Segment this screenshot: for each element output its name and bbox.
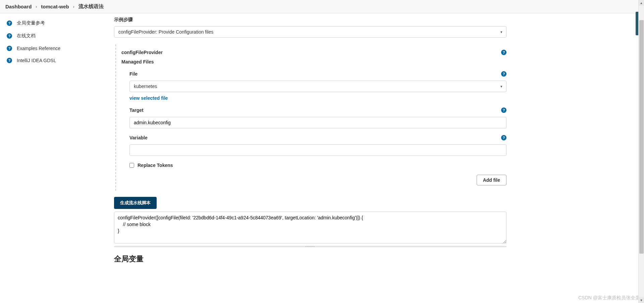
managed-files-label: Managed Files <box>121 59 154 64</box>
step-select[interactable]: configFileProvider: Provide Configuratio… <box>114 26 506 38</box>
file-label: File <box>129 71 138 77</box>
sidebar-item-label: IntelliJ IDEA GDSL <box>17 58 56 63</box>
help-icon[interactable]: ? <box>501 71 506 77</box>
scrollbar[interactable]: ▲ ▼ <box>638 0 644 271</box>
sample-step-label: 示例步骤 <box>114 17 506 23</box>
grip-icon <box>305 246 315 247</box>
global-vars-title: 全局变量 <box>114 254 506 264</box>
generate-script-button[interactable]: 生成流水线脚本 <box>114 197 157 209</box>
main-content: 示例步骤 configFileProvider: Provide Configu… <box>104 13 517 271</box>
breadcrumb: Dashboard › tomcat-web › 流水线语法 <box>0 0 644 13</box>
add-file-button[interactable]: Add file <box>477 175 506 185</box>
sidebar-item-label: Examples Reference <box>17 46 60 51</box>
breadcrumb-project[interactable]: tomcat-web <box>41 4 69 9</box>
chevron-right-icon: › <box>73 4 74 9</box>
help-icon: ? <box>7 33 12 39</box>
view-selected-file-link[interactable]: view selected file <box>129 95 168 101</box>
help-icon: ? <box>7 58 12 63</box>
replace-tokens-label: Replace Tokens <box>138 163 173 168</box>
variable-input[interactable] <box>129 144 506 156</box>
scroll-up-icon[interactable]: ▲ <box>639 0 644 6</box>
sidebar-item-label: 全局变量参考 <box>17 20 45 26</box>
sidebar-item-label: 在线文档 <box>17 33 36 39</box>
help-icon: ? <box>7 20 12 26</box>
sidebar-item-gdsl[interactable]: ? IntelliJ IDEA GDSL <box>0 54 104 67</box>
provider-title: configFileProvider <box>121 50 163 55</box>
sidebar-item-examples[interactable]: ? Examples Reference <box>0 42 104 54</box>
target-label: Target <box>129 107 144 113</box>
help-icon[interactable]: ? <box>501 50 506 55</box>
sidebar-item-docs[interactable]: ? 在线文档 <box>0 30 104 42</box>
side-handle[interactable] <box>636 12 638 35</box>
variable-label: Variable <box>129 135 148 140</box>
chevron-right-icon: › <box>36 4 37 9</box>
sidebar: ? 全局变量参考 ? 在线文档 ? Examples Reference ? I… <box>0 13 104 271</box>
help-icon[interactable]: ? <box>501 107 506 113</box>
target-input[interactable] <box>129 117 506 128</box>
script-output[interactable]: configFileProvider([configFile(fileId: '… <box>114 212 506 244</box>
resize-handle[interactable] <box>114 246 506 247</box>
help-icon[interactable]: ? <box>501 135 506 140</box>
scroll-thumb[interactable] <box>639 20 644 253</box>
breadcrumb-page[interactable]: 流水线语法 <box>78 3 104 10</box>
replace-tokens-checkbox[interactable] <box>129 163 134 168</box>
help-icon: ? <box>7 46 12 51</box>
sidebar-item-globals[interactable]: ? 全局变量参考 <box>0 17 104 30</box>
file-select[interactable]: kubernetes <box>129 81 506 92</box>
breadcrumb-dashboard[interactable]: Dashboard <box>5 4 32 9</box>
